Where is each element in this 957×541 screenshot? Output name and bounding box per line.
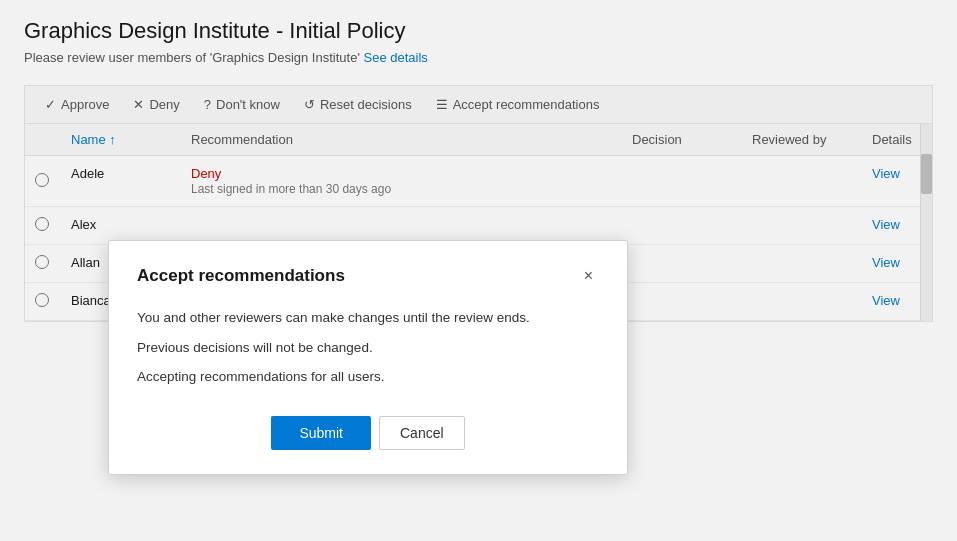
modal-header: Accept recommendations × <box>137 265 599 287</box>
accept-recommendations-modal: Accept recommendations × You and other r… <box>108 240 628 475</box>
modal-body: You and other reviewers can make changes… <box>137 307 599 388</box>
modal-body-line3: Accepting recommendations for all users. <box>137 366 599 388</box>
modal-title: Accept recommendations <box>137 266 345 286</box>
modal-body-line1: You and other reviewers can make changes… <box>137 307 599 329</box>
submit-button[interactable]: Submit <box>271 416 371 450</box>
modal-footer: Submit Cancel <box>137 416 599 450</box>
modal-body-line2: Previous decisions will not be changed. <box>137 337 599 359</box>
cancel-button[interactable]: Cancel <box>379 416 465 450</box>
modal-close-button[interactable]: × <box>578 265 599 287</box>
page-container: Graphics Design Institute - Initial Poli… <box>0 0 957 541</box>
